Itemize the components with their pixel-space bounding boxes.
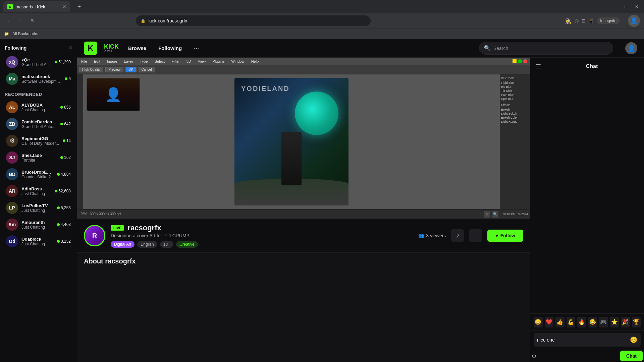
star-icon[interactable]: ☆ [574,18,579,24]
ps-taskbar-win-icon[interactable]: ⊞ [484,211,490,218]
more-nav-button[interactable]: ⋯ [191,42,202,54]
sidebar-item-lospollos[interactable]: LP LosPollosTV Just Chatting 5,253 [2,200,75,216]
emote-btn-4[interactable]: 🔥 [577,317,586,327]
stream-video: File Edit Image Layer Type Select Filter… [77,58,530,219]
sidebar-info-bruce: BruceDropEmOff Counter-Strike 2 [21,170,54,179]
sidebar-info-amouranth: Amouranth Just Chatting [21,220,54,230]
refresh-button[interactable]: ↻ [28,16,38,25]
browse-link[interactable]: Browse [125,43,149,53]
streamer-name[interactable]: racsogrfx [127,224,161,232]
viewer-count-bruce: 4,884 [57,172,71,177]
share-button[interactable]: ↗ [451,229,464,242]
ps-high-quality-btn[interactable]: High Quality [79,67,103,72]
emote-btn-9[interactable]: 🏆 [632,317,641,327]
user-avatar-nav[interactable]: 👤 [625,42,637,54]
ps-right-panel: Blur Tools Field Blur Iris Blur Tilt-Shi… [500,74,530,209]
follow-button[interactable]: ♥ Follow [487,230,523,242]
sidebar-item-zombie[interactable]: ZB ZombieBarricades Grand Theft Auto... … [2,116,75,132]
sidebar-game-amouranth: Just Chatting [21,225,54,230]
emote-btn-0[interactable]: 😀 [534,317,543,327]
ps-menu-plugins[interactable]: Plugins [211,59,226,63]
ps-menu-3d[interactable]: 3D [185,59,193,63]
kick-logo-text: KICK [104,44,119,50]
sidebar-item-alyboba[interactable]: AL ALYBOBA Just Chatting 855 [2,99,75,115]
sidebar-item-xqc[interactable]: xQ xQc Grand Theft A... 51,290 [2,54,75,70]
tag-18plus[interactable]: 18+ [160,241,173,248]
kick-sub-text: 20M+ [104,50,119,53]
ps-menu-view[interactable]: View [197,59,207,63]
ps-taskbar-search-icon[interactable]: 🔍 [492,211,498,218]
back-button[interactable]: ‹ [4,16,13,25]
emote-btn-2[interactable]: 👍 [555,317,565,327]
browser-tab-active[interactable]: K racsogrfx | Kick ✕ [3,1,70,12]
ps-menu-file[interactable]: File [80,59,89,63]
heart-icon: ♥ [495,233,498,238]
tag-creative[interactable]: Creative [176,241,198,248]
avatar-alyboba: AL [6,101,18,113]
sidebar-item-mattseabrook[interactable]: Ma mattseabrook Software Developm... 6 [2,71,75,87]
cast-icon[interactable]: ⊡ [582,18,586,23]
minimize-button[interactable]: ─ [611,3,619,11]
ps-menu-type[interactable]: Type [139,59,149,63]
incognito-badge: Incognito [597,17,620,24]
ps-menu-select[interactable]: Select [153,59,166,63]
viewers-badge: 👥 3 viewers [418,233,446,238]
artwork-title-text: YODIELAND [241,85,290,93]
share-icon: ↗ [455,233,460,239]
bookmarks-bar: 📁 All Bookmarks [0,28,644,39]
following-link[interactable]: Following [156,43,184,53]
kick-logo-box[interactable]: K [84,42,97,55]
sidebar-game-bruce: Counter-Strike 2 [21,175,54,179]
bookmarks-label[interactable]: All Bookmarks [12,32,38,36]
sidebar-item-bruce[interactable]: BD BruceDropEmOff Counter-Strike 2 4,884 [2,166,75,182]
emote-btn-8[interactable]: 🎉 [621,317,630,327]
sort-icon[interactable]: ≡ [69,45,72,51]
ps-menu-window[interactable]: Window [230,59,246,63]
ps-menu-help[interactable]: Help [250,59,260,63]
video-panel: File Edit Image Layer Type Select Filter… [77,58,530,362]
profile-avatar[interactable]: 👤 [628,15,640,27]
chat-emoji-button[interactable]: 😊 [630,336,637,344]
viewer-count-shesjade: 162 [60,155,71,160]
ps-menu-image[interactable]: Image [106,59,119,63]
forward-button[interactable]: › [16,16,25,25]
tab-close-button[interactable]: ✕ [62,4,66,9]
ps-preview-btn[interactable]: Preview [105,67,123,72]
device-icon[interactable]: 📱 [588,18,594,23]
tag-english[interactable]: English [137,241,157,248]
close-button[interactable]: ✕ [633,3,641,11]
content-area: File Edit Image Layer Type Select Filter… [77,58,644,362]
viewer-count-odablock: 3,152 [57,239,71,244]
chat-send-button[interactable]: Chat [620,351,643,361]
sidebar-item-odablock[interactable]: Od Odablock Just Chatting 3,152 [2,233,75,249]
ps-path-blur: Path Blur [501,93,529,97]
emote-btn-5[interactable]: 😂 [588,317,597,327]
ps-menu-layer[interactable]: Layer [122,59,135,63]
emote-btn-7[interactable]: ⭐ [610,317,619,327]
sidebar-item-amouranth[interactable]: Am Amouranth Just Chatting 4,403 [2,217,75,233]
sidebar-info-adinross: AdinRoss Just Chatting [21,186,51,196]
chat-collapse-button[interactable]: ☰ [536,63,541,70]
sidebar-item-adinross[interactable]: AR AdinRoss Just Chatting 52,608 [2,183,75,199]
chat-settings-button[interactable]: ⚙ [532,353,536,359]
sidebar-info-shesjade: ShesJade Fortnite [21,153,57,163]
ps-menu-edit[interactable]: Edit [93,59,102,63]
new-tab-button[interactable]: + [74,2,84,11]
ps-cancel-btn[interactable]: Cancel [139,67,155,72]
sidebar-item-shesjade[interactable]: SJ ShesJade Fortnite 162 [2,149,75,166]
sidebar-game-shesjade: Fortnite [21,158,57,163]
search-input[interactable] [493,46,608,51]
ps-ok-btn[interactable]: OK [125,67,136,72]
more-options-button[interactable]: ⋯ [469,229,482,242]
emote-btn-1[interactable]: ❤️ [545,317,554,327]
live-dot-regiment [63,139,65,142]
tag-digital-art[interactable]: Digital Art [111,241,135,248]
emote-btn-3[interactable]: 💪 [567,317,576,327]
address-bar[interactable]: 🔒 kick.com/racsogrfx [136,15,371,26]
sidebar-item-regiment[interactable]: ⚙ RegimentGG Call of Duty: Moder... 14 [2,133,75,149]
emote-btn-6[interactable]: 🎮 [599,317,608,327]
search-bar[interactable]: 🔍 [479,42,613,55]
ps-menu-filter[interactable]: Filter [170,59,181,63]
chat-input[interactable] [537,337,630,343]
maximize-button[interactable]: □ [622,3,630,11]
